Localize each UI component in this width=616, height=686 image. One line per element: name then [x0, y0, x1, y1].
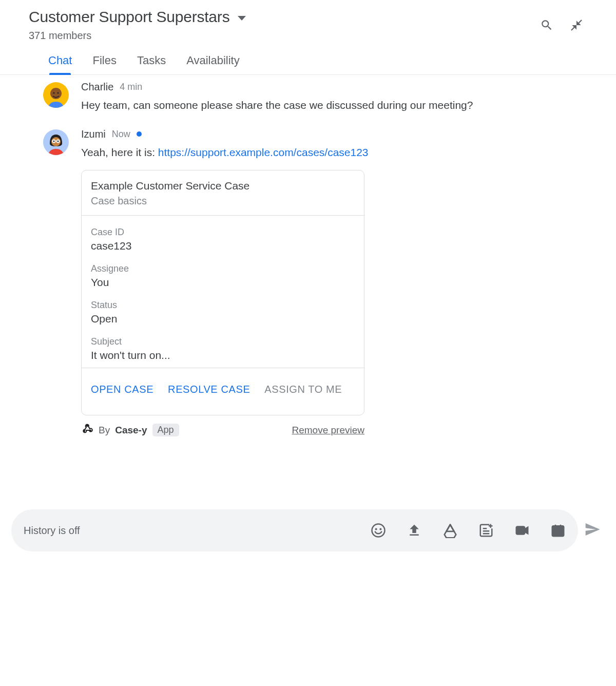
remove-preview-link[interactable]: Remove preview [292, 425, 365, 436]
room-title-row[interactable]: Customer Support Superstars [29, 8, 540, 26]
tab-files[interactable]: Files [92, 54, 116, 74]
tab-chat[interactable]: Chat [48, 54, 72, 74]
preview-card: Example Customer Service Case Case basic… [81, 170, 364, 415]
field-label: Status [91, 300, 355, 311]
calendar-icon[interactable] [550, 523, 566, 538]
avatar[interactable] [43, 129, 69, 155]
card-app-name: Case-y [115, 425, 147, 436]
card-field: Status Open [91, 300, 355, 325]
open-case-button[interactable]: OPEN CASE [91, 384, 153, 395]
card-subtitle: Case basics [91, 195, 355, 207]
field-value: It won't turn on... [91, 349, 355, 361]
svg-point-2 [53, 92, 55, 94]
card-by-label: By [99, 425, 110, 436]
member-count[interactable]: 371 members [29, 30, 540, 42]
video-icon[interactable] [514, 523, 530, 538]
message-author: Charlie [81, 81, 113, 93]
svg-point-8 [53, 140, 55, 142]
new-indicator-icon [137, 131, 142, 137]
search-icon[interactable] [540, 18, 553, 34]
message-text: Yeah, here it is: https://support.exampl… [81, 144, 587, 161]
app-badge: App [152, 424, 179, 436]
message-text-prefix: Yeah, here it is: [81, 146, 158, 158]
svg-point-10 [86, 425, 88, 427]
message: Charlie 4 min Hey team, can someone plea… [43, 81, 587, 114]
card-field: Assignee You [91, 263, 355, 289]
message-input[interactable] [24, 525, 371, 537]
svg-point-14 [379, 528, 381, 530]
card-title: Example Customer Service Case [91, 180, 355, 192]
field-value: Open [91, 313, 355, 325]
field-value: You [91, 276, 355, 289]
svg-point-3 [57, 92, 59, 94]
svg-point-13 [375, 528, 377, 530]
field-label: Assignee [91, 263, 355, 274]
svg-rect-15 [516, 527, 525, 535]
composer [11, 509, 578, 551]
field-label: Subject [91, 336, 355, 347]
room-title: Customer Support Superstars [29, 8, 229, 26]
collapse-icon[interactable] [570, 18, 583, 34]
drive-icon[interactable] [442, 523, 458, 538]
svg-point-11 [83, 430, 85, 432]
upload-icon[interactable] [407, 523, 422, 538]
avatar[interactable] [43, 82, 69, 108]
tab-availability[interactable]: Availability [186, 54, 240, 74]
emoji-icon[interactable] [371, 523, 386, 538]
chevron-down-icon [238, 16, 246, 21]
message-link[interactable]: https://support.example.com/cases/case12… [158, 146, 369, 158]
field-label: Case ID [91, 227, 355, 238]
card-field: Subject It won't turn on... [91, 336, 355, 361]
svg-rect-17 [560, 532, 562, 535]
svg-point-9 [57, 140, 59, 142]
message-author: Izumi [81, 128, 106, 140]
field-value: case123 [91, 240, 355, 252]
message-time: Now [112, 129, 130, 140]
webhook-icon [81, 423, 93, 437]
message-text: Hey team, can someone please share the c… [81, 97, 587, 114]
send-button[interactable] [584, 521, 601, 540]
create-doc-icon[interactable] [478, 523, 494, 538]
tab-tasks[interactable]: Tasks [137, 54, 166, 74]
svg-point-12 [89, 430, 91, 432]
message-time: 4 min [120, 82, 142, 92]
tabs: Chat Files Tasks Availability [0, 42, 616, 75]
card-field: Case ID case123 [91, 227, 355, 252]
assign-to-me-button[interactable]: ASSIGN TO ME [264, 384, 342, 395]
message: Izumi Now Yeah, here it is: https://supp… [43, 128, 587, 438]
resolve-case-button[interactable]: RESOLVE CASE [168, 384, 250, 395]
